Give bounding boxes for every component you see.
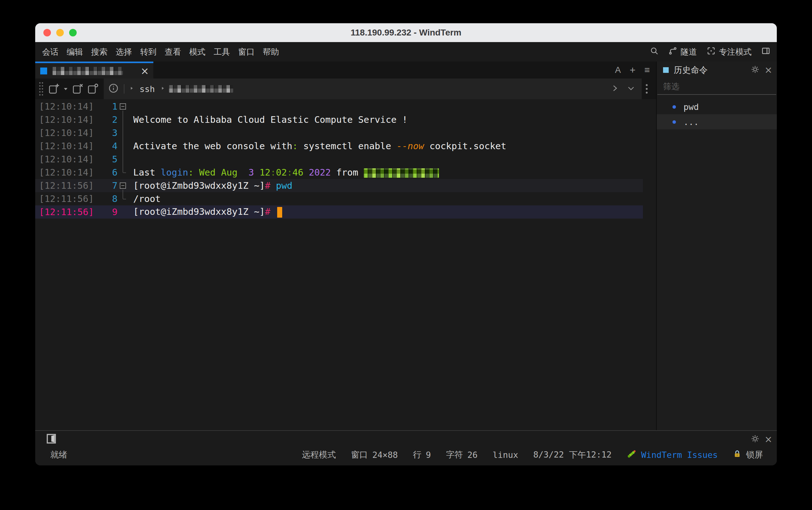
fold-toggle-icon[interactable] <box>118 179 128 192</box>
terminal-row-5[interactable]: [12:10:14]5 <box>35 153 643 166</box>
line-number: 6 <box>95 167 118 178</box>
line-number: 8 <box>95 193 118 204</box>
terminal-row-1[interactable]: [12:10:14]1 <box>35 100 643 113</box>
sidebar-settings-button[interactable] <box>751 65 759 75</box>
line-number: 7 <box>95 180 118 191</box>
session-tab[interactable]: × <box>35 62 153 79</box>
status-window-size[interactable]: 窗口24×88 <box>351 449 398 460</box>
menu-item-window[interactable]: 窗口 <box>238 47 255 57</box>
titlebar[interactable]: 118.190.99.232 - WindTerm <box>35 23 777 42</box>
toggle-sidebar-button[interactable] <box>761 46 771 58</box>
terminal-text: Welcome to Alibaba Cloud Elastic Compute… <box>128 114 408 125</box>
terminal-row-8[interactable]: [12:11:56]8/root <box>35 192 643 205</box>
menu-item-goto[interactable]: 转到 <box>140 47 156 57</box>
font-size-icon[interactable]: A <box>615 66 621 74</box>
status-os[interactable]: linux <box>493 450 518 460</box>
minimize-window-button[interactable] <box>56 29 64 36</box>
new-tab-icon[interactable]: + <box>630 65 636 75</box>
fold-toggle-icon[interactable] <box>118 100 128 113</box>
gear-icon <box>751 65 759 75</box>
status-issues-link[interactable]: WindTerm Issues <box>627 449 718 461</box>
new-session-button[interactable] <box>48 82 60 95</box>
terminal-row-9[interactable]: [12:11:56]9[root@iZmbd93wdxx8y1Z ~]# <box>35 205 643 218</box>
bug-icon <box>627 449 637 461</box>
info-icon[interactable] <box>108 83 119 95</box>
menu-item-search[interactable]: 搜索 <box>91 47 108 57</box>
terminal-row-4[interactable]: [12:10:14]4Activate the web console with… <box>35 140 643 153</box>
breadcrumb[interactable]: ssh <box>104 79 642 99</box>
menu-item-select[interactable]: 选择 <box>116 47 132 57</box>
menu-item-help[interactable]: 帮助 <box>263 47 279 57</box>
chevron-right-icon[interactable] <box>610 84 619 94</box>
line-number: 1 <box>95 101 118 112</box>
focus-mode-label: 专注模式 <box>719 47 752 57</box>
breadcrumb-host-redacted <box>169 85 233 93</box>
sidebar-close-icon[interactable]: × <box>764 65 773 75</box>
terminal-view[interactable]: [12:10:14]1[12:10:14]2Welcome to Alibaba… <box>35 99 656 430</box>
terminal-row-7[interactable]: [12:11:56]7[root@iZmbd93wdxx8y1Z ~]# pwd <box>35 179 643 192</box>
session-tab-icon <box>40 67 47 74</box>
history-item[interactable]: pwd <box>657 99 777 114</box>
timestamp: [12:10:14] <box>35 127 95 138</box>
open-session-button[interactable] <box>87 82 99 95</box>
line-number: 3 <box>95 127 118 138</box>
history-sidebar: 历史命令 × 筛选 pwd... <box>656 62 777 430</box>
tunnel-button[interactable]: 隧道 <box>668 46 697 58</box>
timestamp: [12:11:56] <box>35 193 95 204</box>
status-lock-screen[interactable]: 锁屏 <box>733 449 763 460</box>
status-datetime[interactable]: 8/3/22 下午12:12 <box>533 449 611 460</box>
timestamp: [12:10:14] <box>35 167 95 178</box>
console-panel-icon[interactable] <box>46 432 57 446</box>
menu-item-edit[interactable]: 编辑 <box>67 47 83 57</box>
history-panel-icon <box>663 67 669 73</box>
history-filter-input[interactable]: 筛选 <box>657 79 777 94</box>
terminal-text: Last login: Wed Aug 3 12:02:46 2022 from <box>128 167 439 178</box>
zoom-window-button[interactable] <box>69 29 77 36</box>
terminal-row-3[interactable]: [12:10:14]3 <box>35 126 643 140</box>
close-session-button[interactable] <box>71 82 84 95</box>
panel-close-icon[interactable]: × <box>764 434 773 444</box>
tab-close-icon[interactable]: × <box>141 66 149 76</box>
menu-item-tools[interactable]: 工具 <box>214 47 230 57</box>
timestamp: [12:11:56] <box>35 207 95 217</box>
drag-grip-handle[interactable] <box>38 82 45 96</box>
terminal-text: Activate the web console with: systemctl… <box>128 141 506 151</box>
status-ready: 就绪 <box>50 449 67 460</box>
fold-guide <box>118 140 128 153</box>
menu-bar: 会话编辑搜索选择转到查看模式工具窗口帮助 隧道 专注模式 <box>35 42 777 62</box>
fold-guide <box>118 192 128 205</box>
timestamp: [12:10:14] <box>35 141 95 151</box>
line-number: 2 <box>95 114 118 125</box>
more-options-icon[interactable] <box>645 83 648 94</box>
command-dot-icon <box>672 105 676 109</box>
tab-list-icon[interactable]: ≡ <box>644 65 650 75</box>
bottom-panel: × 就绪 远程模式窗口24×88行9字符26linux8/3/22 下午12:1… <box>35 430 777 466</box>
history-item[interactable]: ... <box>657 114 777 129</box>
status-char[interactable]: 字符26 <box>446 449 477 460</box>
sidebar-title: 历史命令 <box>674 64 708 76</box>
tunnel-label: 隧道 <box>680 47 697 57</box>
breadcrumb-arrow-icon <box>161 86 165 92</box>
filter-placeholder: 筛选 <box>663 81 679 92</box>
timestamp: [12:10:14] <box>35 114 95 125</box>
panel-settings-button[interactable] <box>751 434 759 444</box>
menu-item-view[interactable]: 查看 <box>165 47 181 57</box>
close-window-button[interactable] <box>44 29 51 36</box>
status-mode[interactable]: 远程模式 <box>302 449 336 460</box>
status-bar-right: 远程模式窗口24×88行9字符26linux8/3/22 下午12:12Wind… <box>302 449 763 461</box>
new-session-dropdown-icon[interactable] <box>63 86 68 92</box>
focus-icon <box>706 46 716 58</box>
terminal-row-6[interactable]: [12:10:14]6Last login: Wed Aug 3 12:02:4… <box>35 166 643 179</box>
terminal-row-2[interactable]: [12:10:14]2Welcome to Alibaba Cloud Elas… <box>35 113 643 126</box>
quick-search-button[interactable] <box>650 47 659 57</box>
breadcrumb-arrow-icon <box>129 86 134 92</box>
menu-item-mode[interactable]: 模式 <box>189 47 205 57</box>
menu-item-session[interactable]: 会话 <box>42 47 58 57</box>
focus-mode-button[interactable]: 专注模式 <box>706 46 752 58</box>
window-title: 118.190.99.232 - WindTerm <box>35 23 777 42</box>
chevron-down-icon[interactable] <box>627 84 635 94</box>
history-list: pwd... <box>657 95 777 129</box>
tab-bar-actions: A + ≡ <box>615 62 656 79</box>
status-line[interactable]: 行9 <box>413 449 431 460</box>
breadcrumb-protocol[interactable]: ssh <box>138 84 157 94</box>
